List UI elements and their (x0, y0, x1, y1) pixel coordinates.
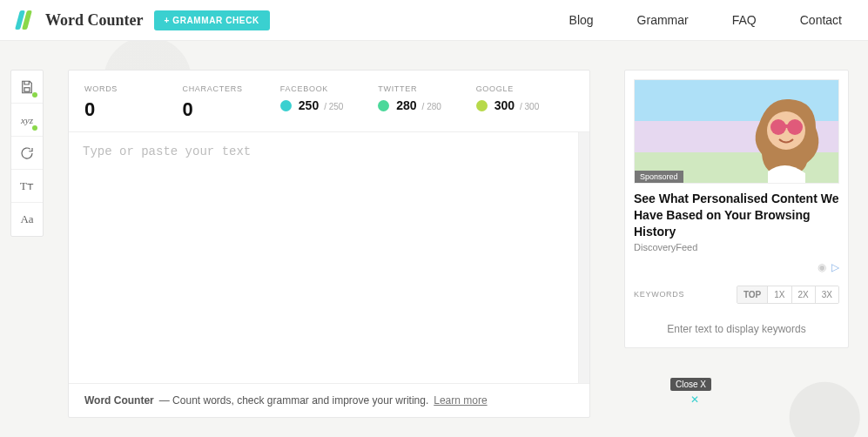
ad-title[interactable]: See What Personalised Content We Have Ba… (634, 191, 839, 240)
stat-label: TWITTER (378, 84, 475, 93)
adchoices-circle-icon[interactable]: ◉ (818, 261, 826, 273)
footer-title: Word Counter (84, 394, 154, 407)
refresh-button[interactable] (11, 137, 43, 170)
nav-faq[interactable]: FAQ (732, 13, 757, 27)
stat-value: 0 (84, 98, 182, 121)
keywords-empty: Enter text to display keywords (634, 323, 839, 335)
tab-1x[interactable]: 1X (767, 286, 791, 303)
person-illustration-icon (737, 89, 833, 184)
stats-bar: WORDS 0 CHARACTERS 0 FACEBOOK 250 / 250 … (69, 71, 589, 131)
scroll-up-icon[interactable]: ▴ (581, 134, 588, 141)
twitter-swatch-icon (378, 100, 389, 111)
stat-label: FACEBOOK (280, 84, 378, 93)
card-footer: Word Counter — Count words, check gramma… (69, 383, 589, 417)
adchoices-icon[interactable]: ▷ (831, 261, 839, 273)
sponsored-tag: Sponsored (635, 171, 683, 183)
text-size-button[interactable]: Tᴛ (11, 170, 43, 203)
ad-source: DiscoveryFeed (634, 242, 839, 252)
tab-top[interactable]: TOP (737, 286, 767, 303)
top-nav: Blog Grammar FAQ Contact (569, 13, 842, 27)
xyz-label: xyz (21, 115, 33, 125)
app-title: Word Counter (45, 11, 144, 30)
nav-contact[interactable]: Contact (800, 13, 842, 27)
keywords-header: KEYWORDS TOP 1X 2X 3X (634, 286, 839, 304)
keywords-label: KEYWORDS (634, 290, 737, 299)
stat-label: GOOGLE (476, 84, 574, 93)
xyz-button[interactable]: xyz (11, 104, 43, 137)
svg-rect-4 (784, 124, 790, 128)
textarea-wrap: ▴ (69, 131, 589, 383)
stat-value: 280 (396, 98, 416, 112)
stat-google: GOOGLE 300 / 300 (476, 84, 574, 121)
google-swatch-icon (476, 100, 488, 111)
close-ad-button[interactable]: Close X (670, 378, 711, 391)
stat-max: / 250 (324, 102, 343, 111)
tab-2x[interactable]: 2X (791, 286, 815, 303)
svg-rect-0 (24, 87, 30, 91)
stat-facebook: FACEBOOK 250 / 250 (280, 84, 378, 121)
ad-choices[interactable]: ◉ ▷ (634, 261, 839, 273)
status-dot-icon (32, 125, 37, 131)
stat-value: 300 (495, 98, 515, 112)
ad-image[interactable]: Sponsored (634, 79, 839, 184)
footer-desc: — Count words, check grammar and improve… (159, 394, 428, 407)
logo-icon (15, 10, 32, 30)
stat-characters: CHARACTERS 0 (182, 84, 279, 121)
tt-label: Tᴛ (20, 179, 34, 193)
keywords-tabs: TOP 1X 2X 3X (737, 286, 839, 304)
aa-label: Aa (20, 212, 33, 226)
stat-max: / 300 (520, 102, 539, 111)
stat-label: WORDS (84, 84, 182, 93)
font-case-button[interactable]: Aa (11, 203, 43, 236)
stat-value: 0 (182, 98, 279, 121)
stat-label: CHARACTERS (182, 84, 279, 93)
status-dot-icon (32, 92, 37, 97)
tab-3x[interactable]: 3X (815, 286, 838, 303)
header: Word Counter + GRAMMAR CHECK Blog Gramma… (0, 0, 868, 41)
text-input[interactable] (69, 132, 589, 383)
save-button[interactable] (11, 71, 43, 104)
nav-grammar[interactable]: Grammar (637, 13, 689, 27)
tool-rail: xyz Tᴛ Aa (10, 70, 44, 237)
facebook-swatch-icon (280, 100, 292, 111)
editor-card: WORDS 0 CHARACTERS 0 FACEBOOK 250 / 250 … (68, 70, 590, 418)
learn-more-link[interactable]: Learn more (434, 394, 487, 407)
close-x-icon[interactable]: ✕ (690, 393, 699, 406)
nav-blog[interactable]: Blog (569, 13, 594, 27)
stat-value: 250 (299, 98, 319, 112)
grammar-check-button[interactable]: + GRAMMAR CHECK (154, 10, 270, 30)
svg-point-2 (770, 119, 786, 135)
stat-twitter: TWITTER 280 / 280 (378, 84, 475, 121)
stat-max: / 280 (422, 102, 441, 111)
stat-words: WORDS 0 (84, 84, 182, 121)
sidebar: Sponsored See What Personalised Content … (624, 70, 849, 348)
